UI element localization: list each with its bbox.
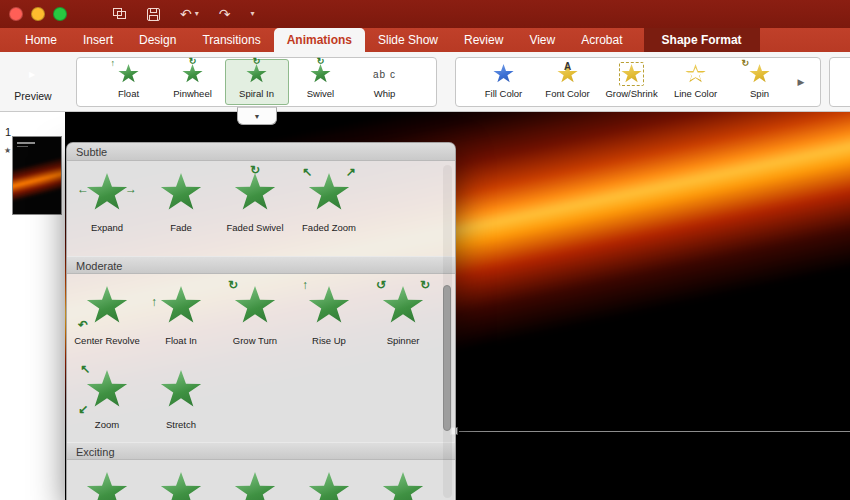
- effects-scroll-right-button[interactable]: ▶: [798, 77, 805, 87]
- moderate-row-1: ↶ Center Revolve ↑ Float In ↻: [67, 274, 455, 358]
- grow-turn-icon: ↻: [231, 283, 279, 329]
- animation-option-spinner[interactable]: ↺ ↻ Spinner: [366, 274, 440, 346]
- spin-button[interactable]: ↻ Spin: [728, 59, 792, 105]
- toolbar-options-button[interactable]: ▾: [250, 10, 254, 18]
- fill-color-button[interactable]: Fill Color: [472, 59, 536, 105]
- animation-option[interactable]: [70, 460, 144, 500]
- quick-access-toolbar: ↶ ▾ ↷ ▾: [113, 7, 255, 21]
- close-button[interactable]: [9, 7, 23, 21]
- thumbnail-subtitle-line: [17, 146, 28, 147]
- ribbon-animation-float[interactable]: ↑ Float: [97, 59, 161, 105]
- float-icon: ↑: [114, 63, 144, 85]
- rise-up-icon: ↑: [305, 283, 353, 329]
- tab-review[interactable]: Review: [451, 28, 516, 52]
- center-revolve-icon: ↶: [83, 283, 131, 329]
- tab-animations[interactable]: Animations: [274, 28, 365, 52]
- ribbon-animation-whip[interactable]: ab c Whip: [353, 59, 417, 105]
- tab-insert[interactable]: Insert: [70, 28, 126, 52]
- save-button[interactable]: [147, 8, 160, 21]
- ribbon-animation-pinwheel[interactable]: ↻ Pinwheel: [161, 59, 225, 105]
- content-area: 1 ★ Subtle ← → Expand: [0, 112, 850, 500]
- undo-button[interactable]: ↶ ▾: [180, 7, 199, 21]
- font-color-button[interactable]: A Font Color: [536, 59, 600, 105]
- redo-icon: ↷: [219, 7, 231, 21]
- animation-option-float-in[interactable]: ↑ Float In: [144, 274, 218, 346]
- float-in-icon: ↑: [157, 283, 205, 329]
- subtle-row: ← → Expand Fade ↻ Faded Swive: [67, 161, 455, 256]
- animation-option-stretch[interactable]: Stretch: [144, 358, 218, 430]
- pinwheel-icon: ↻: [178, 63, 208, 85]
- ribbon-animation-swivel[interactable]: ↻ Swivel: [289, 59, 353, 105]
- animation-option-rise-up[interactable]: ↑ Rise Up: [292, 274, 366, 346]
- ribbon-animation-spiral-in[interactable]: ↻ Spiral In: [225, 59, 289, 105]
- slide-1-thumbnail[interactable]: [12, 136, 62, 215]
- animation-option-faded-swivel[interactable]: ↻ Faded Swivel: [218, 161, 292, 233]
- animation-option[interactable]: [144, 460, 218, 500]
- animation-option-fade[interactable]: Fade: [144, 161, 218, 233]
- animation-indicator-icon: ★: [4, 146, 11, 155]
- spin-icon: ↻: [745, 63, 775, 85]
- zoom-button[interactable]: [53, 7, 67, 21]
- animation-option[interactable]: [366, 460, 440, 500]
- fade-icon: [157, 170, 205, 216]
- tab-shape-format[interactable]: Shape Format: [644, 28, 760, 52]
- animation-option[interactable]: [218, 460, 292, 500]
- animation-styles-gallery: ↑ Float ↻ Pinwheel ↻ Spiral In: [76, 57, 437, 107]
- section-header-moderate: Moderate: [67, 256, 455, 274]
- font-color-icon: A: [553, 63, 583, 85]
- animation-option[interactable]: [292, 460, 366, 500]
- dropdown-scrollbar[interactable]: [443, 165, 452, 498]
- fill-color-icon: [489, 63, 519, 85]
- tab-design[interactable]: Design: [126, 28, 189, 52]
- preview-button[interactable]: ▶ Preview: [0, 54, 66, 110]
- chevron-down-icon: ▼: [254, 113, 261, 120]
- play-icon: ▶: [29, 70, 35, 79]
- gallery-expand-button[interactable]: ▼: [237, 107, 277, 125]
- animation-star-icon: [379, 469, 427, 500]
- animation-gallery-dropdown: Subtle ← → Expand Fade: [66, 142, 456, 500]
- undo-dropdown-caret-icon[interactable]: ▾: [195, 10, 199, 18]
- expand-icon: ← →: [83, 170, 131, 216]
- view-slides-button[interactable]: [113, 8, 127, 20]
- scrollbar-thumb[interactable]: [443, 285, 451, 431]
- animation-option-faded-zoom[interactable]: ↖ ↗ Faded Zoom: [292, 161, 366, 233]
- zoom-icon: ↖ ↙: [83, 367, 131, 413]
- faded-swivel-icon: ↻: [231, 170, 279, 216]
- thumbnail-title-line: [17, 142, 35, 144]
- animation-option-grow-turn[interactable]: ↻ Grow Turn: [218, 274, 292, 346]
- ribbon: ▶ Preview ↑ Float ↻ Pinwheel: [0, 52, 850, 112]
- thumbnail-light-streak: [12, 155, 62, 204]
- redo-button[interactable]: ↷: [219, 7, 231, 21]
- swivel-icon: ↻: [306, 63, 336, 85]
- ribbon-tabs: Home Insert Design Transitions Animation…: [0, 28, 850, 52]
- grow-shrink-button[interactable]: Grow/Shrink: [600, 59, 664, 105]
- slide-thumbnail-panel: 1 ★: [0, 112, 65, 500]
- exciting-row-partial: [67, 460, 455, 500]
- slides-grid-icon: [113, 8, 127, 20]
- animation-option-zoom[interactable]: ↖ ↙ Zoom: [70, 358, 144, 430]
- tab-home[interactable]: Home: [12, 28, 70, 52]
- line-color-icon: [681, 63, 711, 85]
- animation-star-icon: [83, 469, 131, 500]
- faded-zoom-icon: ↖ ↗: [305, 170, 353, 216]
- animation-star-icon: [231, 469, 279, 500]
- save-icon: [147, 8, 160, 21]
- tab-acrobat[interactable]: Acrobat: [568, 28, 635, 52]
- animation-option-center-revolve[interactable]: ↶ Center Revolve: [70, 274, 144, 346]
- spiral-in-icon: ↻: [242, 63, 272, 85]
- tab-slide-show[interactable]: Slide Show: [365, 28, 451, 52]
- tab-view[interactable]: View: [516, 28, 568, 52]
- tab-transitions[interactable]: Transitions: [189, 28, 273, 52]
- line-color-button[interactable]: Line Color: [664, 59, 728, 105]
- minimize-button[interactable]: [31, 7, 45, 21]
- titlebar: ↶ ▾ ↷ ▾: [0, 0, 850, 28]
- whip-icon: ab c: [370, 63, 400, 85]
- section-header-exciting: Exciting: [67, 442, 455, 460]
- window-controls: [9, 7, 67, 21]
- animation-option-expand[interactable]: ← → Expand: [70, 161, 144, 233]
- toolbar-options-caret-icon: ▾: [250, 10, 254, 18]
- animation-star-icon: [157, 469, 205, 500]
- slide-number: 1: [5, 126, 11, 138]
- stretch-icon: [157, 367, 205, 413]
- preview-icon: ▶: [20, 63, 46, 87]
